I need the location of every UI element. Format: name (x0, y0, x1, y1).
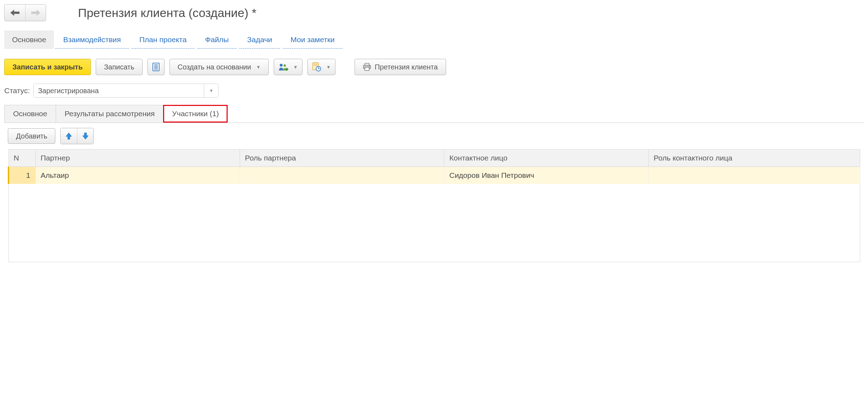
schedule-button[interactable]: ▼ (307, 59, 335, 75)
button-label: Добавить (16, 132, 47, 140)
col-partner-role[interactable]: Роль партнера (240, 150, 444, 167)
svg-rect-0 (153, 63, 159, 71)
svg-point-18 (369, 66, 370, 67)
status-dropdown-toggle[interactable]: ▼ (204, 84, 218, 97)
move-down-button[interactable] (77, 128, 93, 144)
cell-partner-role[interactable] (240, 167, 444, 184)
button-label: Записать (104, 63, 134, 71)
button-label: Записать и закрыть (12, 63, 83, 71)
back-button[interactable] (5, 5, 25, 21)
tab-results[interactable]: Результаты рассмотрения (56, 105, 163, 123)
status-combo: ▼ (33, 84, 218, 98)
document-clock-icon (312, 62, 321, 72)
svg-rect-17 (365, 67, 369, 71)
cell-n[interactable]: 1 (9, 167, 35, 184)
nav-link-interactions[interactable]: Взаимодействия (55, 31, 129, 49)
status-row: Статус: ▼ (4, 84, 864, 98)
svg-point-5 (280, 64, 283, 67)
nav-tab-main[interactable]: Основное (4, 30, 54, 49)
create-based-button[interactable]: Создать на основании ▼ (169, 59, 269, 75)
write-and-close-button[interactable]: Записать и закрыть (4, 59, 91, 75)
print-claim-button[interactable]: Претензия клиента (355, 59, 446, 75)
nav-link-my-notes[interactable]: Мои заметки (283, 31, 343, 49)
tab-participants[interactable]: Участники (1) (163, 105, 228, 123)
toolbar: Записать и закрыть Записать Создать на о… (4, 59, 864, 75)
nav-link-project-plan[interactable]: План проекта (132, 31, 194, 49)
list-button[interactable] (148, 59, 165, 75)
people-plus-icon (278, 63, 288, 71)
status-label: Статус: (4, 86, 30, 95)
section-nav: Основное Взаимодействия План проекта Фай… (4, 30, 864, 49)
caret-down-icon: ▼ (293, 64, 298, 70)
page-title: Претензия клиента (создание) * (78, 6, 256, 20)
tab-main[interactable]: Основное (4, 105, 56, 123)
button-label: Претензия клиента (375, 63, 438, 71)
participants-table: N Партнер Роль партнера Контактное лицо … (8, 149, 860, 262)
svg-point-6 (284, 64, 286, 67)
panel-toolbar: Добавить (4, 123, 864, 149)
list-icon (152, 63, 160, 71)
caret-down-icon: ▼ (209, 88, 213, 93)
svg-rect-8 (286, 68, 288, 71)
printer-icon (363, 63, 371, 71)
arrow-right-icon (31, 10, 40, 16)
arrow-left-icon (10, 10, 20, 16)
button-label: Создать на основании (178, 63, 251, 71)
add-button[interactable]: Добавить (8, 128, 55, 144)
move-arrows (60, 128, 94, 144)
nav-link-files[interactable]: Файлы (197, 31, 237, 49)
cell-contact-role[interactable] (649, 167, 860, 184)
col-contact[interactable]: Контактное лицо (444, 150, 649, 167)
forward-button[interactable] (25, 5, 46, 21)
status-input[interactable] (34, 84, 204, 97)
nav-link-tasks[interactable]: Задачи (239, 31, 280, 49)
caret-down-icon: ▼ (326, 64, 331, 70)
table-row[interactable]: 1 Альтаир Сидоров Иван Петрович (9, 167, 860, 184)
people-button[interactable]: ▼ (274, 59, 302, 75)
table-empty-space (9, 184, 860, 262)
col-contact-role[interactable]: Роль контактного лица (649, 150, 860, 167)
arrow-up-icon (65, 132, 72, 140)
write-button[interactable]: Записать (96, 59, 142, 75)
col-n[interactable]: N (9, 150, 35, 167)
arrow-down-icon (82, 132, 89, 140)
nav-buttons (4, 4, 46, 21)
col-partner[interactable]: Партнер (35, 150, 240, 167)
cell-contact[interactable]: Сидоров Иван Петрович (444, 167, 649, 184)
cell-partner[interactable]: Альтаир (35, 167, 240, 184)
tabs: Основное Результаты рассмотрения Участни… (4, 105, 864, 123)
move-up-button[interactable] (61, 128, 77, 144)
caret-down-icon: ▼ (256, 64, 261, 70)
